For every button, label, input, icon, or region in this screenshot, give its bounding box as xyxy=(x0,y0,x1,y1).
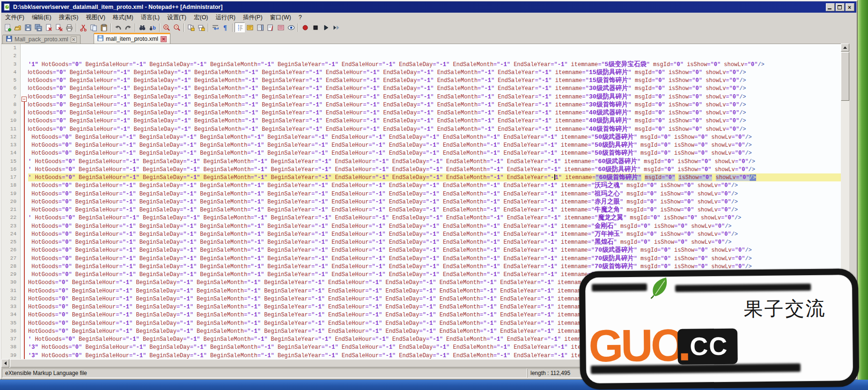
fold-collapse-marker[interactable] xyxy=(22,97,27,102)
tab-mall_item_proto.xml[interactable]: mall_item_proto.xml✕ xyxy=(94,33,170,44)
title-bar[interactable]: D:\sbk\server\server_data\mall_item_prot… xyxy=(1,1,856,13)
sync-vertical-scroll-icon[interactable] xyxy=(186,22,196,32)
code-line-4[interactable]: HotGoods="0" BeginSaleHour="-1" BeginSal… xyxy=(28,68,841,76)
code-line-10[interactable]: HotGoods="0" BeginSaleHour="-1" BeginSal… xyxy=(28,117,841,125)
watermark-smudge-right xyxy=(675,284,811,292)
code-line-26[interactable]: HotGoods="0" BeginSaleHour="-1" BeginSal… xyxy=(28,246,841,254)
code-line-17[interactable]: ' HotGoods="0" BeginSaleHour="-1" BeginS… xyxy=(28,173,841,181)
sync-horizontal-scroll-icon[interactable] xyxy=(196,22,206,32)
watermark-smudge-left xyxy=(592,284,647,292)
function-list-icon[interactable] xyxy=(265,22,276,32)
code-line-8[interactable]: HotGoods="0" BeginSaleHour="-1" BeginSal… xyxy=(28,101,841,109)
code-line-11[interactable]: HotGoods="0" BeginSaleHour="-1" BeginSal… xyxy=(28,125,841,133)
code-line-15[interactable]: ' HotGoods="0" BeginSaleHour="-1" BeginS… xyxy=(28,158,841,165)
line-number: 38 xyxy=(1,343,20,351)
close-all-icon[interactable] xyxy=(54,22,64,32)
menu-item-9[interactable]: 插件(P) xyxy=(239,13,266,22)
show-all-characters-icon[interactable]: ¶ xyxy=(221,22,231,32)
code-line-5[interactable]: HotGoods="0" BeginSaleHour="-1" BeginSal… xyxy=(28,76,841,84)
macro-stop-icon[interactable] xyxy=(310,22,321,32)
zoom-in-icon[interactable] xyxy=(162,22,172,32)
code-line-19[interactable]: HotGoods="0" BeginSaleHour="-1" BeginSal… xyxy=(28,190,841,198)
save-file-icon[interactable] xyxy=(23,22,33,32)
line-number: 28 xyxy=(1,262,20,270)
code-line-25[interactable]: HotGoods="0" BeginSaleHour="-1" BeginSal… xyxy=(28,238,841,246)
menu-item-7[interactable]: 宏(O) xyxy=(190,13,212,22)
menu-item-5[interactable]: 语言(L) xyxy=(137,13,163,22)
menu-item-1[interactable]: 编辑(E) xyxy=(28,13,55,22)
close-button[interactable]: × xyxy=(846,3,854,11)
code-line-24[interactable]: HotGoods="0" BeginSaleHour="-1" BeginSal… xyxy=(28,230,841,238)
watermark-brand: GUO xyxy=(588,326,683,365)
line-number-gutter: 1234567891011121314151617181920212223242… xyxy=(1,44,21,359)
folder-as-workspace-icon[interactable] xyxy=(276,22,286,32)
paste-icon[interactable] xyxy=(99,22,109,32)
window-title: D:\sbk\server\server_data\mall_item_prot… xyxy=(13,4,222,10)
menu-item-10[interactable]: 窗口(W) xyxy=(266,13,295,22)
screen: D:\sbk\server\server_data\mall_item_prot… xyxy=(0,0,868,390)
menu-item-2[interactable]: 搜索(S) xyxy=(55,13,82,22)
line-number: 33 xyxy=(1,303,20,311)
new-file-icon[interactable] xyxy=(2,22,13,32)
close-file-icon[interactable] xyxy=(44,22,54,32)
scroll-left-button[interactable] xyxy=(1,359,9,368)
macro-record-icon[interactable] xyxy=(300,22,310,32)
indent-guide-icon[interactable] xyxy=(235,22,245,32)
code-line-20[interactable]: HotGoods="0" BeginSaleHour="-1" BeginSal… xyxy=(28,198,841,206)
line-number: 21 xyxy=(1,206,20,214)
vertical-scroll-thumb[interactable] xyxy=(841,52,849,101)
toolbar-separator xyxy=(76,23,77,32)
tab-Mall_pack_proto.xml[interactable]: Mall_pack_proto.xml✕ xyxy=(2,35,81,44)
line-number: 3 xyxy=(1,60,20,68)
code-line-7[interactable]: HotGoods="0" BeginSaleHour="-1" BeginSal… xyxy=(28,93,841,101)
tab-close-icon[interactable]: ✕ xyxy=(71,37,77,43)
scroll-up-button[interactable] xyxy=(841,44,849,52)
print-icon[interactable] xyxy=(64,22,74,32)
code-line-28[interactable]: HotGoods="0" BeginSaleHour="-1" BeginSal… xyxy=(28,262,841,270)
tab-close-icon[interactable]: ✕ xyxy=(161,36,167,42)
document-monitor-icon[interactable] xyxy=(286,22,296,32)
menu-item-0[interactable]: 文件(F) xyxy=(1,13,28,22)
open-file-icon[interactable] xyxy=(13,22,23,32)
copy-icon[interactable] xyxy=(88,22,99,32)
replace-icon[interactable]: b xyxy=(147,22,158,32)
zoom-out-icon[interactable] xyxy=(172,22,182,32)
code-line-23[interactable]: HotGoods="0" BeginSaleHour="-1" BeginSal… xyxy=(28,222,841,230)
code-line-16[interactable]: ' HotGoods="0" BeginSaleHour="-1" BeginS… xyxy=(28,165,841,173)
redo-icon[interactable] xyxy=(123,22,133,32)
app-icon xyxy=(3,3,11,11)
undo-icon[interactable] xyxy=(113,22,123,32)
document-map-icon[interactable] xyxy=(255,22,265,32)
menu-item-11[interactable]: ? xyxy=(295,13,306,22)
macro-play-icon[interactable] xyxy=(321,22,331,32)
line-number: 32 xyxy=(1,295,20,303)
watermark-stamp: GUO CC 果子交流 xyxy=(579,269,860,390)
code-line-14[interactable]: HotGoods="0" BeginSaleHour="-1" BeginSal… xyxy=(28,149,841,157)
menu-item-3[interactable]: 视图(V) xyxy=(82,13,109,22)
menu-item-8[interactable]: 运行(R) xyxy=(212,13,239,22)
save-all-icon[interactable] xyxy=(33,22,44,32)
code-line-3[interactable]: '1" HotGoods="0" BeginSaleHour="-1" Begi… xyxy=(28,60,841,68)
line-number: 20 xyxy=(1,198,20,206)
code-line-6[interactable]: HotGoods="0" BeginSaleHour="-1" BeginSal… xyxy=(28,84,841,92)
find-icon[interactable] xyxy=(137,22,147,32)
code-line-9[interactable]: HotGoods="0" BeginSaleHour="-1" BeginSal… xyxy=(28,109,841,117)
line-number: 22 xyxy=(1,214,20,222)
minimize-button[interactable] xyxy=(826,3,835,11)
word-wrap-icon[interactable] xyxy=(210,22,221,32)
code-line-12[interactable]: HotGoods="0" BeginSaleHour="-1" BeginSal… xyxy=(28,133,841,141)
user-define-dialog-icon[interactable] xyxy=(245,22,255,32)
code-line-2[interactable] xyxy=(28,52,841,60)
code-line-18[interactable]: HotGoods="0" BeginSaleHour="-1" BeginSal… xyxy=(28,181,841,189)
code-line-22[interactable]: ' HotGoods="0" BeginSaleHour="-1" BeginS… xyxy=(28,214,841,222)
code-line-1[interactable] xyxy=(28,44,841,52)
menu-item-6[interactable]: 设置(T) xyxy=(163,13,190,22)
cut-icon[interactable] xyxy=(78,22,88,32)
saved-file-icon xyxy=(97,35,103,43)
code-line-21[interactable]: HotGoods="0" BeginSaleHour="-1" BeginSal… xyxy=(28,206,841,214)
maximize-button[interactable] xyxy=(836,3,845,11)
code-line-27[interactable]: HotGoods="0" BeginSaleHour="-1" BeginSal… xyxy=(28,255,841,262)
code-line-13[interactable]: HotGoods="0" BeginSaleHour="-1" BeginSal… xyxy=(28,141,841,149)
menu-item-4[interactable]: 格式(M) xyxy=(109,13,137,22)
macro-run-multiple-icon[interactable] xyxy=(331,22,341,32)
